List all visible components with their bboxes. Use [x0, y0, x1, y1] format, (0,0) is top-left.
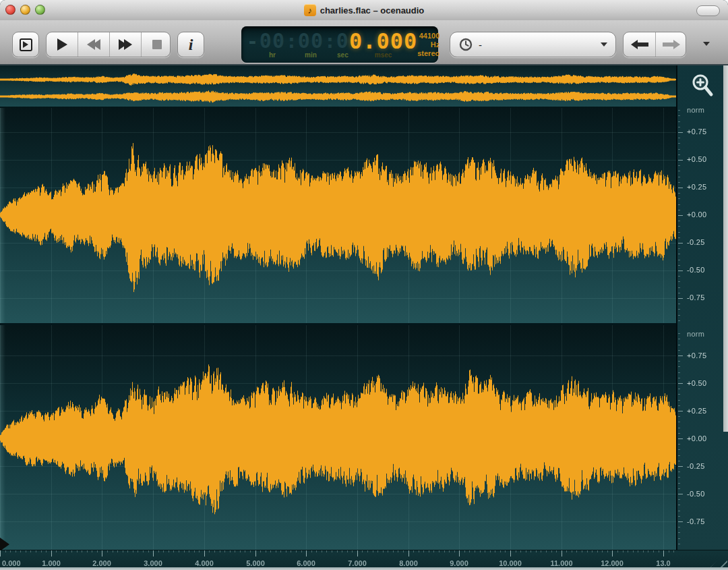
time-tick-label: 6.000: [297, 559, 315, 567]
stop-button[interactable]: [142, 32, 171, 57]
amplitude-ticks: [677, 65, 728, 550]
window-bottom-edge: [0, 567, 728, 570]
title-group: ♪ charlies.flac – ocenaudio: [0, 0, 728, 20]
time-tick-label: 3.000: [144, 559, 162, 567]
play-in-square-icon: [20, 38, 32, 51]
boxed-play-button[interactable]: [12, 32, 39, 57]
amp-tick-label: +0.50: [687, 379, 706, 387]
chevron-down-icon: [601, 42, 607, 47]
window-right-edge: [723, 65, 728, 432]
amp-tick-label: -0.50: [687, 266, 705, 274]
zoom-magnifier-icon[interactable]: [690, 72, 717, 102]
norm-label: norm: [687, 330, 704, 338]
time-tick-label: 2.000: [92, 559, 111, 567]
lcd-hr-label: hr: [269, 51, 276, 59]
playhead-marker[interactable]: [0, 538, 9, 551]
fast-forward-button[interactable]: [110, 32, 142, 57]
lcd-minutes: 00: [298, 31, 324, 51]
time-tick-label: 1.000: [42, 559, 61, 567]
time-tick-label: 13.0: [656, 559, 670, 567]
titlebar[interactable]: ♪ charlies.flac – ocenaudio: [0, 0, 728, 21]
nav-group: [623, 32, 686, 57]
lcd-seconds-dim: 0: [336, 31, 349, 51]
toolbar-toggle-pill[interactable]: [696, 5, 720, 16]
amp-tick-label: -0.50: [687, 490, 705, 498]
amp-tick-label: -0.25: [687, 238, 705, 246]
waveform-main[interactable]: [0, 108, 676, 550]
play-icon: [57, 38, 67, 51]
norm-label: norm: [687, 106, 704, 114]
lcd-min-label: min: [305, 51, 317, 59]
amp-tick-label: +0.25: [687, 183, 706, 191]
time-tick-label: 7.000: [348, 559, 367, 567]
play-button[interactable]: [47, 32, 78, 57]
time-tick-label: 8.000: [399, 559, 418, 567]
lcd-minutes-group: 00 min: [298, 31, 324, 59]
lcd-hours: 00: [260, 31, 285, 51]
time-tick-label: 0.000: [2, 559, 21, 567]
back-button[interactable]: [624, 32, 656, 57]
window-title: charlies.flac – ocenaudio: [320, 5, 425, 16]
rewind-button[interactable]: [78, 32, 110, 57]
amp-tick-label: -0.75: [687, 293, 705, 302]
lcd-msec-label: msec: [375, 51, 392, 59]
stop-icon: [152, 40, 162, 49]
lcd-sec-label: sec: [337, 51, 348, 59]
forward-button[interactable]: [656, 32, 686, 57]
amplitude-ruler[interactable]: norm+0.75+0.50+0.25+0.00-0.25-0.50-0.75n…: [676, 65, 728, 550]
time-tick-label: 9.000: [450, 559, 468, 567]
toolbar: i - 00 hr : 00 min : 0 sec 0.000 msec: [0, 20, 728, 65]
lcd-seconds-bright: 0.000: [349, 31, 417, 51]
amp-tick-label: +0.00: [687, 434, 706, 443]
marker-selector[interactable]: -: [450, 32, 616, 57]
clock-icon: [458, 37, 473, 52]
amp-tick-label: +0.50: [687, 155, 706, 163]
time-tick-label: 10.000: [499, 559, 522, 567]
amp-tick-label: +0.75: [687, 351, 706, 360]
time-tick-label: 4.000: [195, 559, 214, 567]
left-arrow-icon: [631, 39, 648, 50]
waveform-overview[interactable]: [0, 65, 676, 108]
lcd-sign: -: [247, 30, 258, 53]
lcd-format-info: 44100 Hz stereo: [417, 32, 439, 58]
sample-rate: 44100 Hz: [419, 32, 440, 49]
amp-tick-label: -0.25: [687, 462, 705, 470]
lcd-seconds-dim-group: 0 sec: [336, 31, 349, 59]
transport-group: [46, 32, 171, 57]
app-window: ♪ charlies.flac – ocenaudio i: [0, 0, 728, 570]
amp-tick-label: +0.75: [687, 127, 706, 136]
amp-tick-label: +0.00: [687, 210, 706, 219]
lcd-seconds-bright-group: 0.000 msec: [349, 31, 417, 59]
time-tick-label: 11.000: [550, 559, 572, 567]
time-tick-label: 12.000: [601, 559, 624, 567]
right-arrow-icon: [663, 39, 680, 50]
amp-tick-label: +0.25: [687, 407, 706, 415]
lcd-colon: :: [286, 30, 297, 53]
lcd-colon2: :: [324, 30, 336, 53]
lcd-hours-group: 00 hr: [260, 31, 285, 59]
amp-tick-label: -0.75: [687, 517, 705, 525]
double-right-triangles-icon2: [124, 39, 132, 50]
time-display[interactable]: - 00 hr : 00 min : 0 sec 0.000 msec 4410…: [241, 26, 438, 63]
info-icon: i: [189, 38, 193, 51]
info-button[interactable]: i: [177, 32, 204, 57]
double-left-triangles-icon2: [92, 39, 100, 50]
music-note-icon: ♪: [304, 4, 316, 16]
time-tick-label: 5.000: [246, 559, 265, 567]
marker-selector-value: -: [479, 39, 482, 51]
channel-mode: stereo: [417, 49, 439, 57]
toolbar-overflow-chevron-icon[interactable]: [703, 42, 710, 46]
